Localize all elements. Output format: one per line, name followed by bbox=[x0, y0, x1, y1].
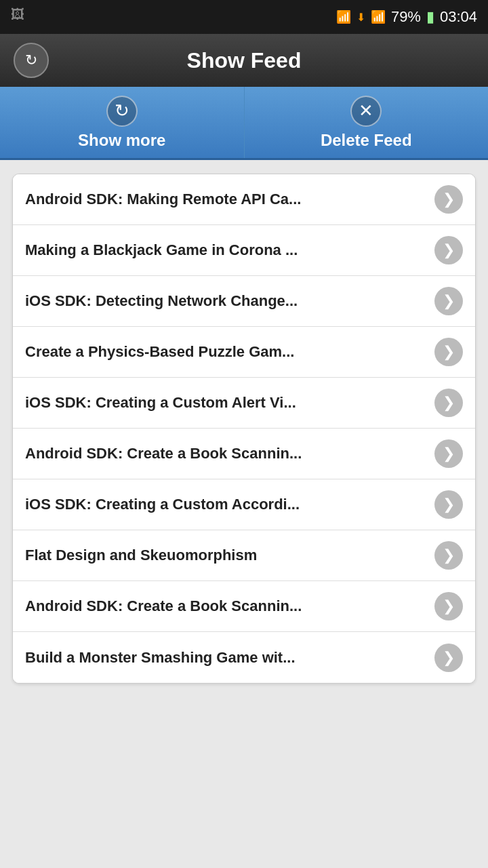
feed-item-arrow-icon: ❯ bbox=[434, 439, 463, 468]
feed-list: Android SDK: Making Remote API Ca...❯Mak… bbox=[12, 174, 476, 684]
feed-item-arrow-icon: ❯ bbox=[434, 338, 463, 366]
feed-item[interactable]: Android SDK: Create a Book Scannin...❯ bbox=[13, 429, 475, 479]
status-bar: 🖼 📶 ⬇ 📶 79% ▮ 03:04 bbox=[0, 0, 488, 34]
feed-item-arrow-icon: ❯ bbox=[434, 236, 463, 264]
show-more-button[interactable]: ↻ Show more bbox=[0, 87, 245, 158]
delete-feed-icon: ✕ bbox=[350, 96, 382, 127]
feed-item[interactable]: Build a Monster Smashing Game wit...❯ bbox=[13, 632, 475, 683]
feed-item-title: iOS SDK: Creating a Custom Accordi... bbox=[25, 496, 428, 513]
page-title: Show Feed bbox=[49, 48, 439, 73]
feed-item-title: iOS SDK: Creating a Custom Alert Vi... bbox=[25, 394, 428, 412]
content-area: Android SDK: Making Remote API Ca...❯Mak… bbox=[0, 160, 488, 697]
title-bar: ↻ Show Feed bbox=[0, 34, 488, 87]
wifi-icon: 📶 bbox=[336, 9, 351, 24]
feed-item[interactable]: Android SDK: Making Remote API Ca...❯ bbox=[13, 174, 475, 225]
signal-icon: 📶 bbox=[371, 9, 386, 24]
action-bar: ↻ Show more ✕ Delete Feed bbox=[0, 87, 488, 160]
feed-item-arrow-icon: ❯ bbox=[434, 541, 463, 570]
show-more-label: Show more bbox=[78, 131, 165, 150]
feed-item[interactable]: Create a Physics-Based Puzzle Gam...❯ bbox=[13, 327, 475, 378]
feed-item-title: Android SDK: Create a Book Scannin... bbox=[25, 597, 428, 615]
feed-item[interactable]: Flat Design and Skeuomorphism❯ bbox=[13, 530, 475, 581]
feed-item-title: Flat Design and Skeuomorphism bbox=[25, 547, 428, 564]
feed-item-arrow-icon: ❯ bbox=[434, 490, 463, 519]
feed-item-arrow-icon: ❯ bbox=[434, 185, 463, 214]
image-icon: 🖼 bbox=[11, 7, 24, 22]
status-left-icons: 🖼 bbox=[11, 7, 24, 22]
feed-item-title: Create a Physics-Based Puzzle Gam... bbox=[25, 343, 428, 361]
feed-item-arrow-icon: ❯ bbox=[434, 592, 463, 620]
feed-item[interactable]: iOS SDK: Creating a Custom Accordi...❯ bbox=[13, 479, 475, 530]
feed-item-arrow-icon: ❯ bbox=[434, 287, 463, 315]
feed-item[interactable]: iOS SDK: Detecting Network Change...❯ bbox=[13, 276, 475, 327]
feed-item[interactable]: iOS SDK: Creating a Custom Alert Vi...❯ bbox=[13, 378, 475, 429]
feed-item-arrow-icon: ❯ bbox=[434, 644, 463, 672]
back-icon: ↻ bbox=[25, 52, 37, 69]
delete-feed-label: Delete Feed bbox=[321, 131, 412, 150]
time-display: 03:04 bbox=[440, 8, 477, 26]
back-button[interactable]: ↻ bbox=[14, 43, 49, 78]
show-more-icon: ↻ bbox=[106, 96, 138, 127]
feed-item-title: Android SDK: Making Remote API Ca... bbox=[25, 191, 428, 208]
battery-icon: ▮ bbox=[426, 8, 434, 26]
delete-feed-button[interactable]: ✕ Delete Feed bbox=[245, 87, 489, 158]
feed-item[interactable]: Android SDK: Create a Book Scannin...❯ bbox=[13, 581, 475, 632]
battery-percent: 79% bbox=[391, 8, 421, 26]
feed-item-title: iOS SDK: Detecting Network Change... bbox=[25, 292, 428, 310]
feed-item-arrow-icon: ❯ bbox=[434, 389, 463, 417]
download-icon: ⬇ bbox=[357, 11, 365, 24]
feed-item[interactable]: Making a Blackjack Game in Corona ...❯ bbox=[13, 225, 475, 276]
feed-item-title: Making a Blackjack Game in Corona ... bbox=[25, 241, 428, 259]
feed-item-title: Build a Monster Smashing Game wit... bbox=[25, 649, 428, 667]
feed-item-title: Android SDK: Create a Book Scannin... bbox=[25, 445, 428, 462]
